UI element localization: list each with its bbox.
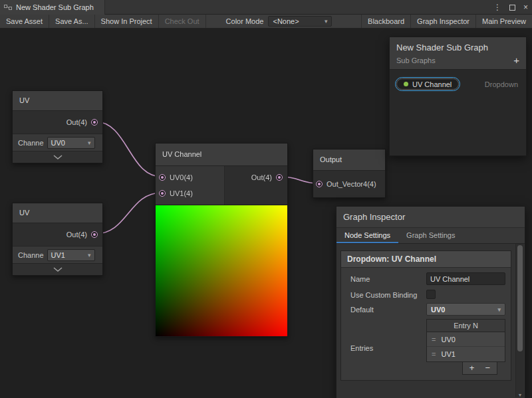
color-mode-label: Color Mode [206, 15, 269, 28]
tab-graph-settings[interactable]: Graph Settings [398, 228, 463, 243]
chevron-down-icon: ▾ [88, 140, 91, 146]
entries-list-header: Entry N [426, 319, 505, 332]
collapse-toggle[interactable] [13, 263, 102, 275]
entry-row-uv1[interactable]: = UV1 [427, 347, 505, 361]
color-mode-value: <None> [273, 17, 299, 25]
blackboard-title: New Shader Sub Graph [396, 43, 519, 52]
collapse-toggle[interactable] [13, 151, 102, 163]
graph-inspector-toggle-button[interactable]: Graph Inspector [410, 15, 475, 28]
port-label: UV1(4) [170, 189, 193, 197]
node-title[interactable]: UV [13, 203, 102, 223]
main-preview-toggle-button[interactable]: Main Preview [475, 15, 532, 28]
save-asset-button[interactable]: Save Asset [0, 15, 49, 28]
color-mode-dropdown[interactable]: <None> ▾ [268, 16, 332, 27]
tab-title: New Shader Sub Graph [16, 3, 94, 11]
blackboard-panel: New Shader Sub Graph Sub Graphs + UV Cha… [389, 37, 527, 156]
output-port[interactable] [91, 119, 98, 126]
input-port-uv1[interactable] [159, 190, 166, 197]
blackboard-item-row: UV Channel Dropdown [395, 77, 519, 91]
add-property-button[interactable]: + [513, 57, 519, 64]
kebab-menu-icon[interactable]: ⋮ [493, 3, 501, 12]
check-out-button: Check Out [159, 15, 206, 28]
drag-handle-icon[interactable]: = [432, 336, 436, 344]
tab-node-settings[interactable]: Node Settings [336, 228, 398, 243]
inspector-title[interactable]: Graph Inspector [336, 207, 525, 227]
default-dropdown[interactable]: UV0 ▾ [426, 303, 505, 316]
property-selection-outline: UV Channel [395, 77, 460, 91]
input-port-uv0[interactable] [159, 174, 166, 181]
property-name: UV Channel [412, 80, 452, 88]
output-port[interactable] [91, 231, 98, 238]
channel-label: Channe [18, 251, 44, 259]
channel-dropdown[interactable]: UV1 ▾ [47, 249, 95, 261]
group-header: Dropdown: UV Channel [341, 251, 511, 268]
chevron-down-icon [53, 155, 63, 159]
node-title[interactable]: UV Channel [156, 144, 287, 166]
node-title[interactable]: UV [13, 91, 102, 111]
blackboard-toggle-button[interactable]: Blackboard [361, 15, 410, 28]
chevron-down-icon: ▾ [497, 306, 501, 313]
node-uv-2[interactable]: UV Out(4) Channe UV1 ▾ [12, 203, 103, 276]
use-custom-binding-label: Use Custom Binding [350, 288, 426, 300]
chevron-down-icon: ▾ [325, 18, 328, 25]
entry-row-uv0[interactable]: = UV0 [427, 332, 505, 347]
inspector-scrollbar[interactable]: ▼ [515, 244, 524, 397]
channel-value: UV1 [51, 251, 65, 259]
close-icon[interactable]: × [523, 3, 528, 12]
exposed-dot-icon [404, 82, 408, 86]
save-asset-label: Save Asset [6, 17, 43, 25]
entries-label: Entries [350, 342, 426, 353]
scrollbar-thumb[interactable] [517, 245, 523, 351]
maximize-icon[interactable] [509, 5, 515, 11]
uv-gradient-preview [156, 205, 287, 336]
channel-dropdown[interactable]: UV0 ▾ [47, 137, 95, 149]
save-as-label: Save As... [55, 17, 88, 25]
add-entry-button[interactable]: + [469, 363, 475, 373]
chevron-down-icon: ▾ [88, 252, 91, 258]
default-value: UV0 [431, 306, 445, 314]
entries-list: Entry N = UV0 = UV1 [426, 319, 505, 375]
blackboard-header[interactable]: New Shader Sub Graph Sub Graphs + [390, 37, 526, 70]
graph-inspector-label: Graph Inspector [417, 17, 469, 25]
graph-inspector-panel: Graph Inspector Node Settings Graph Sett… [336, 206, 525, 398]
node-output[interactable]: Output Out_Vector4(4) [313, 149, 386, 198]
property-pill-uv-channel[interactable]: UV Channel [396, 78, 459, 90]
use-custom-binding-checkbox[interactable] [426, 290, 436, 299]
port-label: Out(4) [251, 173, 272, 181]
blackboard-label: Blackboard [368, 17, 404, 25]
default-label: Default [350, 303, 426, 314]
show-in-project-button[interactable]: Show In Project [95, 15, 159, 28]
check-out-label: Check Out [165, 17, 200, 25]
toolbar: Save Asset Save As... Show In Project Ch… [0, 15, 532, 29]
entry-value: UV0 [441, 336, 455, 344]
port-label: Out(4) [66, 231, 87, 239]
input-port[interactable] [316, 181, 323, 187]
remove-entry-button[interactable]: − [485, 363, 490, 373]
port-label: Out_Vector4(4) [327, 180, 376, 188]
property-type-label: Dropdown [485, 80, 519, 88]
shader-graph-icon [4, 3, 12, 11]
entry-value: UV1 [441, 350, 455, 358]
drag-handle-icon[interactable]: = [432, 350, 436, 358]
blackboard-category: Sub Graphs [396, 56, 436, 64]
channel-label: Channe [18, 139, 44, 147]
port-label: UV0(4) [170, 173, 193, 181]
node-title[interactable]: Output [313, 149, 385, 171]
node-uv-1[interactable]: UV Out(4) Channe UV0 ▾ [12, 90, 103, 163]
scroll-down-arrow-icon[interactable]: ▼ [516, 393, 524, 397]
tab-new-shader-sub-graph[interactable]: New Shader Sub Graph [0, 0, 105, 15]
node-uv-channel[interactable]: UV Channel UV0(4) UV1(4) Out(4) [155, 143, 288, 337]
save-as-button[interactable]: Save As... [49, 15, 95, 28]
dropdown-settings-group: Dropdown: UV Channel Name Use Custom Bin… [340, 250, 511, 381]
name-input[interactable] [426, 272, 505, 285]
channel-value: UV0 [51, 139, 65, 147]
port-label: Out(4) [66, 118, 87, 126]
output-port[interactable] [276, 174, 283, 181]
show-in-project-label: Show In Project [101, 17, 152, 25]
chevron-down-icon [53, 267, 63, 272]
window-titlebar: New Shader Sub Graph ⋮ × [0, 0, 532, 15]
name-label: Name [350, 272, 426, 284]
main-preview-label: Main Preview [482, 17, 526, 25]
